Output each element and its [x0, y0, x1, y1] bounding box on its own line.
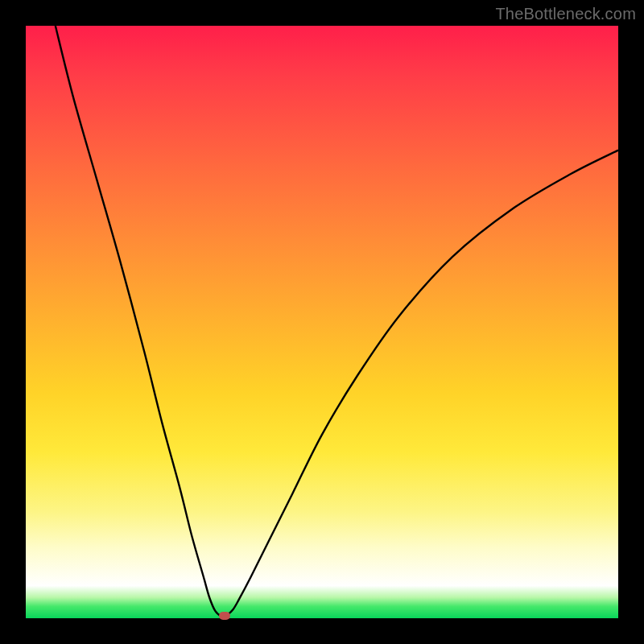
minimum-marker [219, 612, 230, 620]
bottleneck-curve [26, 26, 618, 618]
chart-frame: TheBottleneck.com [0, 0, 644, 644]
plot-area [26, 26, 618, 618]
attribution-label: TheBottleneck.com [495, 5, 636, 23]
